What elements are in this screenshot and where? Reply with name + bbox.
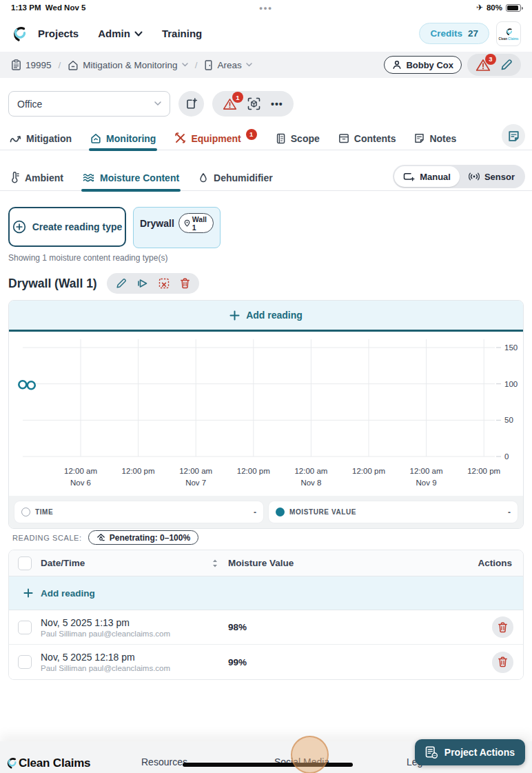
row-checkbox[interactable]	[18, 621, 32, 634]
time-series-dot	[21, 508, 30, 516]
readings-chart-card: Add reading 05010015012:00 amNov 612:00 …	[8, 300, 524, 529]
airplane-mode-icon: ✈	[476, 3, 483, 12]
create-reading-type-button[interactable]: Create reading type	[8, 207, 126, 247]
svg-text:12:00 pm: 12:00 pm	[237, 467, 270, 475]
footer-link-resources[interactable]: Resources	[141, 756, 187, 767]
credits-pill[interactable]: Credits 27	[419, 23, 489, 44]
delete-reading-button[interactable]	[492, 616, 513, 638]
company-logo-box[interactable]: Clean Claims	[496, 21, 521, 46]
notes-panel-button[interactable]	[502, 124, 525, 148]
col-actions: Actions	[464, 558, 523, 568]
tab-contents[interactable]: Contents	[338, 127, 396, 150]
chevron-down-icon	[154, 101, 161, 106]
subtab-ambient[interactable]: Ambient	[10, 165, 63, 191]
clean-claims-logo-icon[interactable]	[11, 23, 27, 44]
tools-icon	[174, 132, 186, 144]
project-actions-icon	[425, 746, 438, 759]
notes-icon	[414, 133, 424, 143]
svg-text:12:00 am: 12:00 am	[64, 467, 97, 475]
breadcrumb-project[interactable]: 19995	[11, 59, 52, 70]
section-actions-pill	[107, 273, 199, 294]
trash-icon	[498, 622, 508, 633]
nav-admin[interactable]: Admin	[98, 28, 143, 39]
assigned-user-pill[interactable]: Bobby Cox	[384, 56, 462, 74]
nav-training[interactable]: Training	[162, 28, 202, 39]
edit-project-button[interactable]	[500, 59, 513, 71]
row-checkbox[interactable]	[18, 655, 32, 669]
app-screen: 1:13 PM Wed Nov 5 ••• ✈ 80% Projects Adm…	[0, 0, 532, 773]
nav-projects[interactable]: Projects	[38, 28, 79, 39]
reading-author: Paul Silliman paul@cleanclaims.com	[41, 630, 228, 638]
area-toolbar: Office 1 •••	[8, 91, 524, 117]
delete-reading-type-button[interactable]	[180, 278, 190, 289]
subtab-moisture-content[interactable]: Moisture Content	[83, 165, 179, 191]
manual-entry-icon	[403, 172, 415, 181]
chevron-down-icon	[182, 63, 188, 67]
wall-badge: Wall 1	[178, 213, 214, 233]
add-reading-banner-button[interactable]: Add reading	[9, 301, 523, 332]
svg-text:Nov 9: Nov 9	[416, 479, 437, 487]
entry-mode-toggle: Manual Sensor	[393, 165, 525, 188]
reading-value: 99%	[228, 657, 464, 667]
breadcrumb-mitigation-monitoring[interactable]: Mitigation & Monitoring	[68, 60, 187, 70]
area-warning-button[interactable]: 1	[223, 97, 237, 110]
svg-text:12:00 am: 12:00 am	[179, 467, 212, 475]
project-alert-pill: 3	[467, 54, 521, 76]
home-indicator	[183, 763, 353, 767]
add-area-button[interactable]	[178, 91, 204, 117]
plus-circle-icon	[12, 220, 26, 234]
tab-scope[interactable]: Scope	[276, 127, 320, 150]
reading-scale-badge[interactable]: Penetrating: 0–100%	[88, 530, 198, 545]
door-plus-icon	[185, 98, 198, 110]
clear-selection-button[interactable]	[158, 278, 170, 289]
reading-type-card-drywall[interactable]: Drywall Wall 1	[133, 207, 221, 248]
table-add-reading-row[interactable]: Add reading	[9, 576, 523, 610]
battery-percent: 80%	[487, 3, 502, 12]
sensor-signal-icon	[469, 172, 480, 181]
delete-reading-button[interactable]	[492, 652, 513, 673]
trash-icon	[498, 656, 508, 667]
scan-cube-icon	[247, 97, 260, 110]
tab-notes[interactable]: Notes	[414, 127, 456, 150]
legend-time-toggle[interactable]: TIME -	[14, 501, 263, 523]
select-all-checkbox[interactable]	[18, 556, 32, 570]
tab-mitigation[interactable]: Mitigation	[10, 127, 72, 150]
chevron-down-icon	[246, 63, 252, 67]
legend-moisture-toggle[interactable]: MOISTURE VALUE -	[269, 501, 518, 523]
svg-text:0: 0	[504, 452, 509, 461]
svg-text:12:00 pm: 12:00 pm	[352, 467, 385, 475]
mitigation-icon	[10, 133, 21, 143]
submit-readings-button[interactable]	[137, 278, 148, 289]
breadcrumb-areas[interactable]: Areas	[204, 60, 252, 70]
more-options-button[interactable]: •••	[271, 99, 283, 110]
moisture-chart[interactable]: 05010015012:00 amNov 612:00 pm12:00 amNo…	[9, 332, 523, 496]
footer-brand: Clean Claims	[6, 755, 90, 771]
dashed-box-x-icon	[158, 278, 170, 289]
note-icon	[508, 130, 520, 142]
reading-datetime: Nov, 5 2025 12:18 pm	[41, 652, 228, 663]
droplet-icon	[198, 172, 208, 183]
col-moisture-value: Moisture Value	[228, 558, 464, 568]
status-time: 1:13 PM	[11, 3, 41, 12]
chart-legend: TIME - MOISTURE VALUE -	[9, 496, 523, 528]
project-actions-button[interactable]: Project Actions	[415, 739, 525, 765]
edit-reading-type-button[interactable]	[116, 278, 127, 289]
scan-3d-button[interactable]	[247, 97, 260, 110]
plus-icon	[229, 310, 240, 321]
section-title: Drywall (Wall 1)	[8, 277, 97, 291]
sensor-mode-button[interactable]: Sensor	[460, 166, 524, 187]
sort-icon[interactable]	[212, 559, 218, 568]
table-row: Nov, 5 2025 1:13 pm Paul Silliman paul@c…	[9, 610, 523, 645]
area-select[interactable]: Office	[8, 91, 170, 117]
person-icon	[392, 60, 402, 70]
send-triangle-icon	[137, 278, 148, 289]
door-icon	[204, 60, 213, 70]
col-date-time: Date/Time	[41, 558, 85, 568]
subtab-dehumidifier[interactable]: Dehumidifier	[198, 165, 273, 191]
manual-mode-button[interactable]: Manual	[394, 166, 460, 187]
trash-icon	[180, 278, 190, 289]
tab-equipment[interactable]: Equipment 1	[174, 127, 256, 150]
tab-monitoring[interactable]: Monitoring	[90, 127, 156, 150]
thermometer-icon	[10, 172, 19, 183]
project-warning-button[interactable]: 3	[475, 59, 491, 72]
